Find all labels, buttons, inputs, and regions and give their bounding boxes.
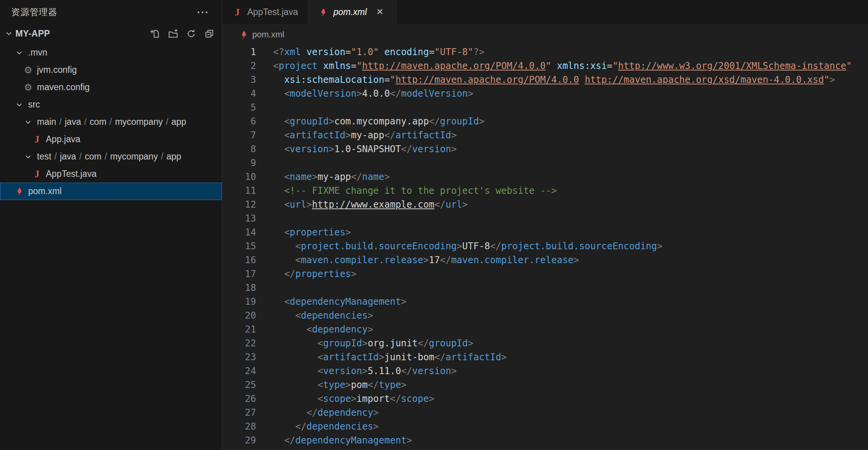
- tab-bar: JAppTest.javapom.xml×: [222, 0, 868, 24]
- line-content: </properties>: [256, 267, 357, 281]
- code-line[interactable]: 10 <name>my-app</name>: [222, 170, 868, 184]
- line-content: <dependencyManagement>: [256, 295, 407, 309]
- code-line[interactable]: 15 <project.build.sourceEncoding>UTF-8</…: [222, 239, 868, 253]
- line-number: 28: [222, 420, 256, 433]
- line-content: <name>my-app</name>: [256, 170, 390, 184]
- tree-item-test-java-com-mycompany-app[interactable]: test/java/com/mycompany/app: [0, 148, 222, 165]
- line-number: 3: [222, 73, 256, 87]
- code-line[interactable]: 21 <dependency>: [222, 322, 868, 336]
- tree-item-label: src: [28, 99, 40, 110]
- code-line[interactable]: 14 <properties>: [222, 225, 868, 239]
- code-line[interactable]: 12 <url>http://www.example.com</url>: [222, 198, 868, 212]
- code-line[interactable]: 24 <version>5.11.0</version>: [222, 364, 868, 378]
- line-number: 19: [222, 295, 256, 309]
- tab-label: AppTest.java: [247, 7, 298, 17]
- line-number: 14: [222, 225, 256, 239]
- tree-item-label: AppTest.java: [46, 169, 97, 179]
- line-number: 10: [222, 170, 256, 184]
- close-icon[interactable]: ×: [374, 6, 386, 18]
- line-content: <groupId>org.junit</groupId>: [256, 336, 473, 350]
- tree-item-apptest.java[interactable]: JAppTest.java: [0, 165, 222, 183]
- tree-item-pom.xml[interactable]: pom.xml: [0, 183, 222, 200]
- tree-item-label: pom.xml: [28, 186, 62, 196]
- chevron-down-icon[interactable]: [23, 153, 34, 161]
- tree-item-label: App.java: [46, 134, 80, 144]
- tree-item-.mvn[interactable]: .mvn: [0, 44, 222, 61]
- code-line[interactable]: 25 <type>pom</type>: [222, 378, 868, 392]
- maven-icon: [14, 187, 25, 195]
- line-number: 5: [222, 101, 256, 114]
- code-editor[interactable]: 1<?xml version="1.0" encoding="UTF-8"?>2…: [222, 45, 868, 450]
- code-line[interactable]: 3 xsi:schemaLocation="http://maven.apach…: [222, 73, 868, 87]
- explorer-title: 资源管理器: [11, 6, 57, 18]
- line-number: 27: [222, 406, 256, 420]
- code-line[interactable]: 18: [222, 281, 868, 295]
- code-line[interactable]: 5: [222, 101, 868, 114]
- tree-item-main-java-com-mycompany-app[interactable]: main/java/com/mycompany/app: [0, 113, 222, 131]
- tab-apptest.java[interactable]: JAppTest.java: [222, 0, 308, 24]
- code-line[interactable]: 6 <groupId>com.mycompany.app</groupId>: [222, 114, 868, 128]
- line-number: 30: [222, 447, 256, 450]
- tree-item-jvm.config[interactable]: ⚙jvm.config: [0, 61, 222, 79]
- project-section-header[interactable]: MY-APP: [0, 24, 222, 43]
- chevron-down-icon[interactable]: [14, 101, 25, 109]
- line-content: <type>pom</type>: [256, 378, 407, 392]
- line-number: 7: [222, 128, 256, 142]
- code-line[interactable]: 22 <groupId>org.junit</groupId>: [222, 336, 868, 350]
- line-content: <?xml version="1.0" encoding="UTF-8"?>: [256, 45, 484, 59]
- line-content: <version>5.11.0</version>: [256, 364, 457, 378]
- line-number: 24: [222, 364, 256, 378]
- code-line[interactable]: 28 </dependencies>: [222, 420, 868, 433]
- line-number: 22: [222, 336, 256, 350]
- new-file-icon[interactable]: [150, 29, 160, 39]
- tree-item-label: maven.config: [37, 82, 90, 92]
- code-line[interactable]: 13: [222, 212, 868, 225]
- tab-pom.xml[interactable]: pom.xml×: [308, 0, 397, 24]
- chevron-down-icon[interactable]: [14, 49, 25, 57]
- collapse-all-icon[interactable]: [204, 29, 214, 39]
- tree-item-src[interactable]: src: [0, 96, 222, 113]
- code-line[interactable]: 26 <scope>import</scope>: [222, 392, 868, 406]
- code-line[interactable]: 17 </properties>: [222, 267, 868, 281]
- line-content: <maven.compiler.release>17</maven.compil…: [256, 253, 579, 267]
- java-icon: J: [32, 134, 42, 144]
- line-content: xsi:schemaLocation="http://maven.apache.…: [256, 73, 835, 87]
- code-line[interactable]: 2<project xmlns="http://maven.apache.org…: [222, 59, 868, 73]
- line-content: <url>http://www.example.com</url>: [256, 198, 468, 212]
- line-number: 11: [222, 184, 256, 198]
- gear-icon: ⚙: [23, 65, 34, 75]
- java-icon: J: [232, 7, 242, 17]
- line-number: 16: [222, 253, 256, 267]
- line-content: <groupId>com.mycompany.app</groupId>: [256, 114, 484, 128]
- chevron-down-icon[interactable]: [23, 118, 34, 126]
- line-content: <artifactId>junit-bom</artifactId>: [256, 350, 507, 364]
- code-line[interactable]: 20 <dependencies>: [222, 309, 868, 322]
- code-line[interactable]: 7 <artifactId>my-app</artifactId>: [222, 128, 868, 142]
- line-content: <!-- FIXME change it to the project's we…: [256, 184, 557, 198]
- refresh-icon[interactable]: [186, 29, 196, 39]
- breadcrumb[interactable]: pom.xml: [222, 24, 868, 45]
- line-number: 2: [222, 59, 256, 73]
- code-line[interactable]: 27 </dependency>: [222, 406, 868, 420]
- new-folder-icon[interactable]: [168, 29, 178, 39]
- code-line[interactable]: 4 <modelVersion>4.0.0</modelVersion>: [222, 87, 868, 101]
- file-tree: .mvn⚙jvm.config⚙maven.configsrcmain/java…: [0, 43, 222, 450]
- tree-item-app.java[interactable]: JApp.java: [0, 131, 222, 148]
- code-line[interactable]: 1<?xml version="1.0" encoding="UTF-8"?>: [222, 45, 868, 59]
- tree-item-maven.config[interactable]: ⚙maven.config: [0, 79, 222, 96]
- line-content: <properties>: [256, 225, 351, 239]
- line-content: [256, 212, 273, 225]
- code-line[interactable]: 19 <dependencyManagement>: [222, 295, 868, 309]
- code-line[interactable]: 29 </dependencyManagement>: [222, 433, 868, 447]
- line-content: <dependency>: [256, 322, 373, 336]
- code-line[interactable]: 9: [222, 156, 868, 170]
- more-actions-icon[interactable]: ⋯: [196, 6, 209, 18]
- code-line[interactable]: 16 <maven.compiler.release>17</maven.com…: [222, 253, 868, 267]
- code-line[interactable]: 11 <!-- FIXME change it to the project's…: [222, 184, 868, 198]
- code-line[interactable]: 8 <version>1.0-SNAPSHOT</version>: [222, 142, 868, 156]
- tree-item-label: .mvn: [28, 47, 47, 58]
- maven-icon: [318, 8, 328, 16]
- code-line[interactable]: 23 <artifactId>junit-bom</artifactId>: [222, 350, 868, 364]
- code-line[interactable]: 30: [222, 447, 868, 450]
- line-number: 18: [222, 281, 256, 295]
